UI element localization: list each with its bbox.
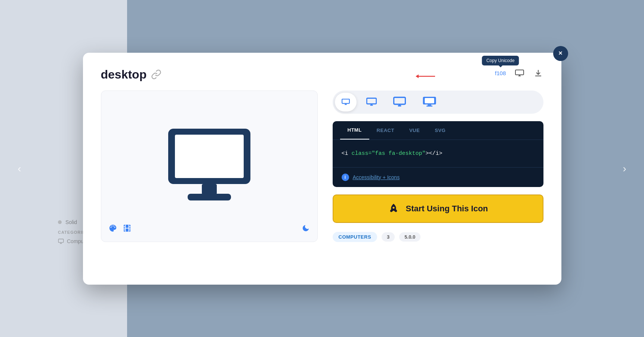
tab-html[interactable]: HTML [340,121,369,140]
link-icon[interactable] [151,69,161,80]
film-svg [123,224,131,232]
code-content: <i class="fas fa-desktop"></i> [333,140,543,167]
code-tabs: HTML REACT VUE SVG [333,121,543,140]
svg-rect-9 [515,70,524,75]
modal-overlay: × desktop Copy Unicode f108 [0,0,644,337]
size-btn-sm[interactable] [335,93,357,111]
close-button[interactable]: × [553,46,568,61]
unicode-value[interactable]: f108 [495,70,506,76]
download-button[interactable] [533,68,543,79]
accessibility-link[interactable]: Accessibility + Icons [353,174,400,180]
size-btn-lg[interactable] [386,93,413,111]
red-arrow-indicator [413,71,439,82]
modal-header: desktop [101,68,543,82]
svg-rect-30 [394,97,405,104]
modal-body: HTML REACT VUE SVG <i class="fas fa-desk… [101,91,543,242]
svg-rect-36 [426,105,432,106]
tab-vue[interactable]: VUE [402,121,427,140]
top-actions: Copy Unicode f108 [495,68,543,79]
size-btn-xl[interactable] [416,93,443,111]
accessibility-row: i Accessibility + Icons [333,168,543,187]
tags-row: COMPUTERS 3 5.0.0 [333,232,543,242]
tag-version: 5.0.0 [399,232,420,242]
monitor-icon-action [515,70,524,77]
size-btn-md[interactable] [360,93,383,111]
palette-icon[interactable] [109,224,117,234]
icon-bottom-bar [109,224,310,234]
svg-point-37 [393,206,395,208]
film-icon[interactable] [123,224,131,234]
tag-number: 3 [382,232,395,242]
view-icon-button[interactable] [514,68,526,79]
rocket-icon [388,203,400,215]
monitor-md-icon [366,98,377,107]
unicode-badge: Copy Unicode f108 [495,70,506,77]
svg-rect-35 [428,104,431,105]
moon-icon[interactable] [302,224,310,234]
download-icon [534,69,542,77]
size-selector [333,91,543,114]
svg-rect-34 [425,98,434,103]
svg-marker-8 [416,74,419,78]
icon-detail-modal: × desktop Copy Unicode f108 [83,53,561,285]
moon-svg [302,224,310,232]
monitor-xl-icon [422,96,437,108]
info-icon: i [342,174,349,181]
code-attr-class: class= [352,150,372,157]
tag-computers[interactable]: COMPUTERS [333,232,378,242]
icon-right-panel: HTML REACT VUE SVG <i class="fas fa-desk… [333,91,543,242]
svg-rect-15 [188,194,231,200]
svg-rect-27 [367,98,376,104]
monitor-lg-icon [393,96,406,108]
monitor-sm-icon [342,99,350,105]
copy-unicode-tooltip: Copy Unicode [482,56,519,65]
svg-rect-14 [202,184,217,194]
palette-svg [109,224,117,232]
tab-react[interactable]: REACT [369,121,402,140]
code-string-value: "fas fa-desktop" [372,150,426,157]
tab-svg[interactable]: SVG [427,121,453,140]
start-using-button[interactable]: Start Using This Icon [333,194,543,223]
start-using-label: Start Using This Icon [406,204,488,214]
desktop-icon-large [161,125,258,207]
svg-rect-24 [342,99,349,103]
icon-preview-panel [101,91,318,242]
code-panel: HTML REACT VUE SVG <i class="fas fa-desk… [333,121,543,187]
modal-title: desktop [101,68,147,82]
svg-rect-13 [175,135,244,178]
code-tag-open: <i [342,150,352,157]
code-tag-close: ></i> [426,150,443,157]
icon-tools-left [109,224,131,234]
